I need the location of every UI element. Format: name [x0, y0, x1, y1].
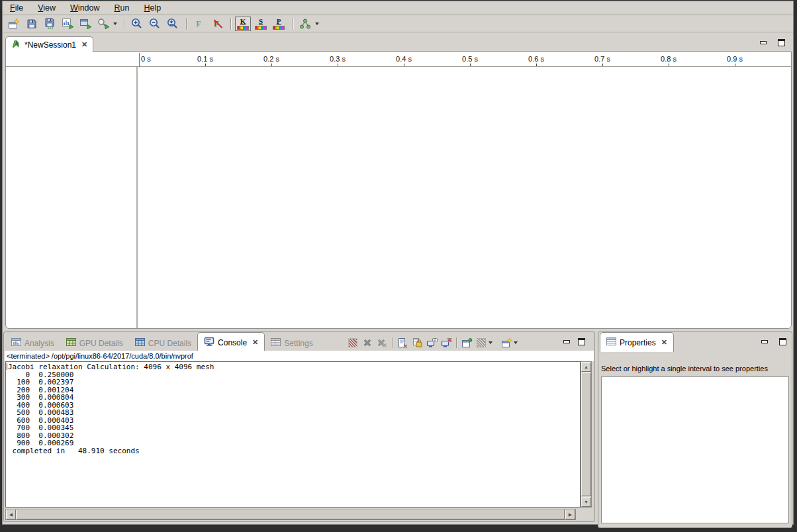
editor-maximize-button[interactable]: [775, 38, 787, 48]
console-toolbar-separator: [392, 337, 393, 348]
ruler-tick-label: 0.8 s: [661, 55, 677, 63]
session-icon: [11, 39, 21, 51]
view-tab-label: GPU Details: [79, 339, 123, 347]
properties-maximize-button[interactable]: [776, 337, 788, 347]
new-console-view-icon[interactable]: [499, 336, 514, 349]
show-console-output-icon[interactable]: [424, 336, 439, 349]
flag-f-icon[interactable]: F: [191, 17, 207, 31]
menu-file[interactable]: File: [3, 2, 30, 14]
tab-properties[interactable]: Properties ✕: [600, 332, 674, 352]
open-console-icon[interactable]: [459, 336, 474, 349]
search-run-icon[interactable]: [95, 17, 111, 31]
tab-settings[interactable]: Settings: [265, 335, 318, 352]
properties-content-box: [601, 377, 789, 523]
search-run-dropdown-icon[interactable]: [113, 22, 117, 25]
view-tab-label: Analysis: [24, 339, 54, 347]
remove-console-icon[interactable]: [439, 336, 453, 349]
scroll-right-icon[interactable]: ▶: [565, 510, 575, 519]
profile-chart-run-icon[interactable]: [60, 17, 75, 31]
menu-window[interactable]: Window: [63, 2, 107, 14]
maximize-icon: [578, 338, 585, 345]
tab-analysis[interactable]: Analysis: [5, 335, 60, 352]
main-toolbar: F F K S P: [3, 15, 793, 32]
new-console-dropdown-icon[interactable]: [514, 341, 518, 344]
properties-icon: [606, 337, 616, 347]
horizontal-scroll-thumb[interactable]: [17, 510, 565, 519]
console-line: completed in 48.910 seconds: [6, 447, 580, 455]
console-vertical-scrollbar[interactable]: ▲ ▼: [581, 361, 592, 508]
ruler-tick-label: 0.6 s: [528, 55, 544, 63]
scroll-down-icon[interactable]: ▼: [581, 497, 591, 507]
display-console-dropdown-icon[interactable]: [489, 341, 492, 344]
session-tab-label: *NewSession1: [24, 40, 76, 50]
remove-launch-icon[interactable]: [360, 336, 375, 349]
tree-dropdown-icon[interactable]: [315, 22, 319, 25]
stream-s-color-icon[interactable]: S: [253, 17, 269, 31]
timeline-ruler[interactable]: 0 s0.1 s0.2 s0.3 s0.4 s0.5 s0.6 s0.7 s0.…: [137, 53, 792, 67]
console-line: 100 0.002397: [6, 378, 580, 386]
flag-f-disabled-icon[interactable]: F: [209, 17, 224, 31]
vertical-scroll-thumb[interactable]: [581, 373, 591, 496]
ruler-tick-label: 0 s: [141, 55, 151, 63]
properties-tab-label: Properties: [620, 339, 656, 347]
timeline-canvas[interactable]: [138, 67, 791, 328]
console-line: Jacobi relaxation Calculation: 4096 x 40…: [6, 362, 580, 371]
ruler-tick-label: 0.9 s: [727, 55, 743, 63]
new-session-icon[interactable]: [6, 17, 22, 31]
scroll-lock-icon[interactable]: [410, 336, 424, 349]
kernel-k-color-icon[interactable]: K: [235, 17, 251, 31]
tree-hierarchy-icon[interactable]: [297, 17, 313, 31]
minimize-icon: [761, 340, 768, 343]
toolbar-separator: [124, 18, 124, 30]
menu-view[interactable]: View: [30, 2, 63, 14]
text-caret: [7, 363, 7, 370]
properties-minimize-button[interactable]: [759, 337, 771, 347]
console-line: 300 0.000804: [6, 394, 580, 402]
console-process-label: <terminated> /opt/pgi/linux86-64/2017/cu…: [7, 352, 193, 360]
tab-cpu-details[interactable]: CPU Details: [129, 335, 197, 352]
console-horizontal-scrollbar[interactable]: ◀ ▶: [5, 509, 576, 520]
close-icon[interactable]: ✕: [661, 338, 667, 347]
toolbar-separator: [293, 18, 293, 30]
ruler-tick-label: 0.7 s: [594, 55, 610, 63]
console-icon: [204, 337, 214, 348]
console-maximize-button[interactable]: [575, 337, 587, 347]
console-output[interactable]: Jacobi relaxation Calculation: 4096 x 40…: [5, 361, 581, 508]
settings-icon: [271, 338, 281, 349]
terminate-icon[interactable]: [346, 336, 360, 349]
console-minimize-button[interactable]: [561, 337, 573, 347]
gpu-details-icon: [66, 338, 76, 349]
menu-run[interactable]: Run: [107, 2, 137, 14]
ruler-tick-label: 0.5 s: [462, 55, 478, 63]
minimize-icon: [563, 340, 570, 343]
close-icon[interactable]: ✕: [81, 40, 87, 49]
window-run-icon[interactable]: [77, 17, 93, 31]
minimize-icon: [760, 41, 767, 44]
tab-gpu-details[interactable]: GPU Details: [60, 335, 129, 352]
close-icon[interactable]: ✕: [252, 338, 258, 347]
console-line: 800 0.000302: [6, 432, 580, 440]
save-icon[interactable]: [24, 17, 40, 31]
tab-console[interactable]: Console✕: [197, 332, 265, 352]
bottom-tab-bar: AnalysisGPU DetailsCPU DetailsConsole✕Se…: [5, 333, 319, 352]
remove-all-launches-icon[interactable]: [375, 336, 389, 349]
menu-help[interactable]: Help: [136, 2, 168, 14]
display-selected-console-icon[interactable]: [474, 336, 489, 349]
console-line: 0 0.250000: [6, 371, 580, 379]
console-line: 500 0.000483: [6, 409, 580, 417]
process-p-color-icon[interactable]: P: [271, 17, 287, 31]
timeline-row-labels-pane[interactable]: [6, 67, 136, 328]
session-tab[interactable]: *NewSession1 ✕: [5, 36, 93, 52]
save-as-icon[interactable]: [42, 17, 58, 31]
console-toolbar: [346, 335, 520, 351]
console-line: 600 0.000403: [6, 417, 580, 425]
view-tab-label: Console: [218, 339, 247, 347]
zoom-out-icon[interactable]: [146, 17, 162, 31]
clear-console-icon[interactable]: [395, 336, 410, 349]
zoom-fit-icon[interactable]: [164, 17, 180, 31]
timeline-splitter[interactable]: [136, 67, 138, 328]
editor-minimize-button[interactable]: [757, 38, 769, 48]
scroll-left-icon[interactable]: ◀: [6, 510, 16, 519]
zoom-in-icon[interactable]: [128, 17, 144, 31]
scroll-up-icon[interactable]: ▲: [581, 362, 591, 372]
